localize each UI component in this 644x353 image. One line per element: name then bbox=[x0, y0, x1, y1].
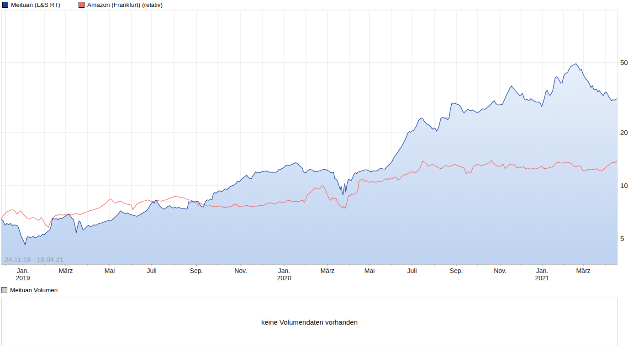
x-axis-year-label: 2021 bbox=[535, 274, 549, 282]
x-axis-month-label: Jan. bbox=[17, 267, 29, 274]
y-axis-tick-label: 10 bbox=[620, 182, 628, 189]
period-watermark: 24.11.18 - 18.04.21 bbox=[5, 256, 63, 263]
x-axis-month-label: Nov. bbox=[494, 267, 507, 274]
price-chart-plot[interactable]: 24.11.18 - 18.04.215102050Jan.2019MärzMa… bbox=[0, 0, 644, 283]
volume-legend-swatch-icon bbox=[1, 287, 7, 293]
x-axis-month-label: Mai bbox=[364, 267, 375, 274]
price-chart-svg[interactable]: 24.11.18 - 18.04.215102050Jan.2019MärzMa… bbox=[0, 0, 644, 283]
x-axis-month-label: Mai bbox=[105, 267, 115, 274]
x-axis-month-label: März bbox=[320, 267, 334, 274]
x-axis-month-label: Juli bbox=[407, 267, 417, 274]
x-axis-month-label: Sep. bbox=[450, 267, 463, 274]
y-axis-tick-label: 20 bbox=[620, 128, 628, 136]
x-axis-year-label: 2020 bbox=[277, 274, 291, 282]
volume-panel: keine Volumendaten vorhanden bbox=[1, 298, 618, 346]
chart-widget: Meituan (L&S RT) Amazon (Frankfurt) (rel… bbox=[0, 0, 644, 353]
x-axis-month-label: Sep. bbox=[190, 267, 203, 274]
meituan-area-fill bbox=[1, 64, 618, 264]
x-axis-month-label: Juli bbox=[147, 267, 156, 274]
x-axis-month-label: März bbox=[58, 267, 73, 274]
x-axis-year-label: 2019 bbox=[16, 274, 30, 282]
x-axis-month-label: Jan. bbox=[536, 267, 548, 274]
volume-legend-label: Meituan Volumen bbox=[10, 287, 58, 294]
x-axis-month-label: Jan. bbox=[278, 267, 290, 274]
x-axis-month-label: Nov. bbox=[234, 267, 247, 274]
x-axis-month-label: März bbox=[576, 267, 590, 274]
volume-empty-message: keine Volumendaten vorhanden bbox=[261, 318, 358, 326]
y-axis-tick-label: 5 bbox=[620, 235, 624, 242]
y-axis-tick-label: 50 bbox=[620, 59, 628, 66]
legend-item-volume: Meituan Volumen bbox=[1, 287, 58, 294]
